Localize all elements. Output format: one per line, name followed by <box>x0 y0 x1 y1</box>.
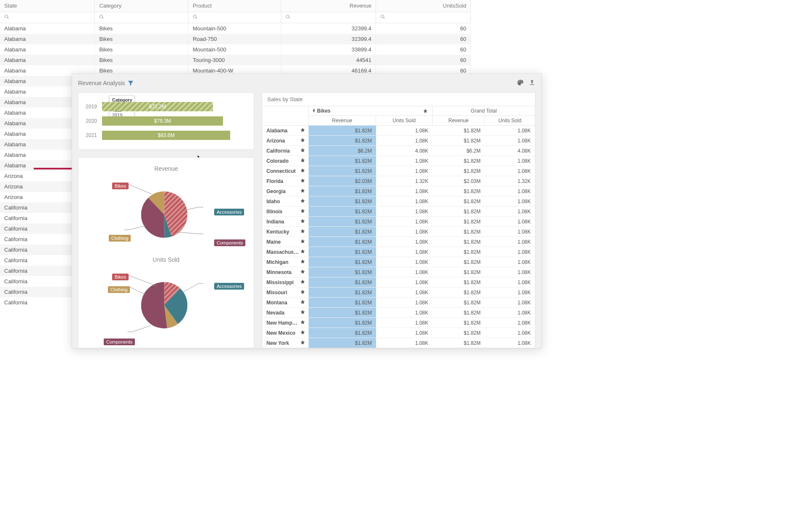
state-name: Minnesota <box>262 269 300 275</box>
cell-units: 1.08K <box>376 308 433 317</box>
filter-product[interactable] <box>188 12 281 23</box>
palette-button[interactable] <box>517 79 524 87</box>
table-row[interactable]: AlabamaBikesRoad-75032399.460 <box>0 34 471 44</box>
sales-by-state-table[interactable]: Sales by State Bikes Grand Total Revenue… <box>262 92 535 348</box>
sales-row[interactable]: California $6.2M 4.08K $6.2M 4.08K <box>262 146 535 156</box>
table-row[interactable]: AlabamaBikesTouring-30004454160 <box>0 55 471 65</box>
star-icon[interactable] <box>300 208 309 215</box>
cell-revenue: $1.82M <box>309 196 376 206</box>
star-icon[interactable] <box>300 289 309 296</box>
table-row[interactable]: AlabamaBikesMountain-50033899.460 <box>0 44 471 55</box>
sales-row[interactable]: Colorado $1.82M 1.08K $1.82M 1.08K <box>262 156 535 166</box>
filter-icon[interactable] <box>127 80 134 86</box>
filter-state[interactable] <box>0 12 95 23</box>
col-revenue[interactable]: Revenue <box>281 0 376 12</box>
star-icon[interactable] <box>300 158 309 164</box>
star-icon[interactable] <box>300 239 309 245</box>
sales-row[interactable]: Kentucky $1.82M 1.08K $1.82M 1.08K <box>262 227 535 237</box>
sales-row[interactable]: Florida $2.03M 1.32K $2.03M 1.32K <box>262 176 535 186</box>
bar-fill: $72.2M <box>102 102 213 111</box>
sales-row[interactable]: Idaho $1.82M 1.08K $1.82M 1.08K <box>262 196 535 207</box>
cell-units: 1.08K <box>376 237 433 247</box>
cell-revenue: $1.82M <box>309 166 376 176</box>
sales-row[interactable]: Connecticut $1.82M 1.08K $1.82M 1.08K <box>262 166 535 176</box>
pie-slice[interactable] <box>141 282 167 328</box>
sales-row[interactable]: Minnesota $1.82M 1.08K $1.82M 1.08K <box>262 267 535 277</box>
bar-chart[interactable]: Category Bikes Year 2019 2019 $72.2M2020… <box>78 92 254 150</box>
star-icon[interactable] <box>300 330 309 336</box>
legend-accessories: Accessories <box>214 209 244 215</box>
sales-row[interactable]: Nevada $1.82M 1.08K $1.82M 1.08K <box>262 308 535 318</box>
cell-grand-revenue: $1.82M <box>433 196 485 206</box>
star-icon[interactable] <box>300 148 309 154</box>
cell-grand-revenue: $1.82M <box>433 207 485 216</box>
pie-revenue[interactable]: Bikes Accessories Components Clothing <box>83 178 250 251</box>
sales-title: Sales by State <box>262 93 535 106</box>
sales-row[interactable]: Massachusetts $1.82M 1.08K $1.82M 1.08K <box>262 247 535 257</box>
search-icon <box>193 14 198 19</box>
cell-grand-revenue: $1.82M <box>433 338 485 348</box>
sales-row[interactable]: Mississippi $1.82M 1.08K $1.82M 1.08K <box>262 277 535 287</box>
star-icon[interactable] <box>300 249 309 255</box>
cell-units: 1.08K <box>376 227 433 236</box>
col-product[interactable]: Product <box>188 0 281 12</box>
pie-units[interactable]: Bikes Accessories Clothing Components <box>83 269 250 342</box>
star-icon[interactable] <box>300 188 309 194</box>
star-icon[interactable] <box>300 228 309 235</box>
sales-row[interactable]: New Hampshire $1.82M 1.08K $1.82M 1.08K <box>262 318 535 328</box>
cell-grand-units: 1.08K <box>485 196 535 206</box>
star-icon[interactable] <box>300 127 309 134</box>
sales-row[interactable]: Indiana $1.82M 1.08K $1.82M 1.08K <box>262 217 535 227</box>
star-icon[interactable] <box>300 259 309 265</box>
sales-row[interactable]: Michigan $1.82M 1.08K $1.82M 1.08K <box>262 257 535 267</box>
cell-grand-units: 1.08K <box>485 186 535 196</box>
sales-row[interactable]: Missouri $1.82M 1.08K $1.82M 1.08K <box>262 287 535 298</box>
sales-row[interactable]: Arizona $1.82M 1.08K $1.82M 1.08K <box>262 136 535 146</box>
star-icon[interactable] <box>300 198 309 204</box>
sales-row[interactable]: New York $1.82M 1.08K $1.82M 1.08K <box>262 338 535 348</box>
cell-units: 1.08K <box>376 287 433 297</box>
star-icon[interactable] <box>300 168 309 174</box>
star-icon[interactable] <box>300 320 309 326</box>
sales-row[interactable]: Montana $1.82M 1.08K $1.82M 1.08K <box>262 298 535 308</box>
cell-units: 1.08K <box>376 166 433 176</box>
col-state[interactable]: State <box>0 0 95 12</box>
col-category[interactable]: Category <box>95 0 188 12</box>
cell-revenue: $1.82M <box>309 298 376 307</box>
sales-row[interactable]: Illinois $1.82M 1.08K $1.82M 1.08K <box>262 207 535 217</box>
cell-revenue: $1.82M <box>309 126 376 135</box>
sales-row[interactable]: Maine $1.82M 1.08K $1.82M 1.08K <box>262 237 535 247</box>
state-name: Missouri <box>262 290 300 296</box>
expand-icon[interactable] <box>313 108 314 113</box>
cell-grand-units: 1.08K <box>485 338 535 348</box>
cell-grand-units: 1.08K <box>485 328 535 338</box>
bar-row[interactable]: 2021 $83.6M <box>84 128 248 142</box>
legend-clothing: Clothing <box>108 286 130 293</box>
col-unitssold[interactable]: UnitsSold <box>376 0 471 12</box>
star-icon[interactable] <box>300 137 309 144</box>
bar-row[interactable]: 2020 $79.3M <box>84 114 248 128</box>
cell-grand-units: 1.08K <box>485 217 535 226</box>
cell-units: 1.08K <box>376 257 433 267</box>
star-icon[interactable] <box>300 269 309 275</box>
cell-grand-units: 1.08K <box>485 287 535 297</box>
bar-fill: $79.3M <box>102 116 223 126</box>
filter-revenue[interactable] <box>281 12 376 23</box>
export-button[interactable] <box>529 79 535 87</box>
star-icon[interactable] <box>300 279 309 285</box>
star-icon[interactable] <box>300 309 309 316</box>
sales-row[interactable]: Georgia $1.82M 1.08K $1.82M 1.08K <box>262 186 535 196</box>
state-name: Florida <box>262 178 300 184</box>
star-icon[interactable] <box>300 178 309 184</box>
sales-row[interactable]: New Mexico $1.82M 1.08K $1.82M 1.08K <box>262 328 535 338</box>
table-row[interactable]: AlabamaBikesMountain-50032399.460 <box>0 23 471 34</box>
star-icon[interactable] <box>300 299 309 306</box>
cell-grand-revenue: $1.82M <box>433 136 485 145</box>
sales-row[interactable]: Alabama $1.82M 1.08K $1.82M 1.08K <box>262 126 535 136</box>
star-icon[interactable] <box>300 218 309 225</box>
star-icon[interactable] <box>300 340 309 346</box>
star-icon[interactable] <box>423 108 428 113</box>
filter-units[interactable] <box>376 12 471 23</box>
cell-units: 1.08K <box>376 207 433 216</box>
filter-category[interactable] <box>95 12 188 23</box>
